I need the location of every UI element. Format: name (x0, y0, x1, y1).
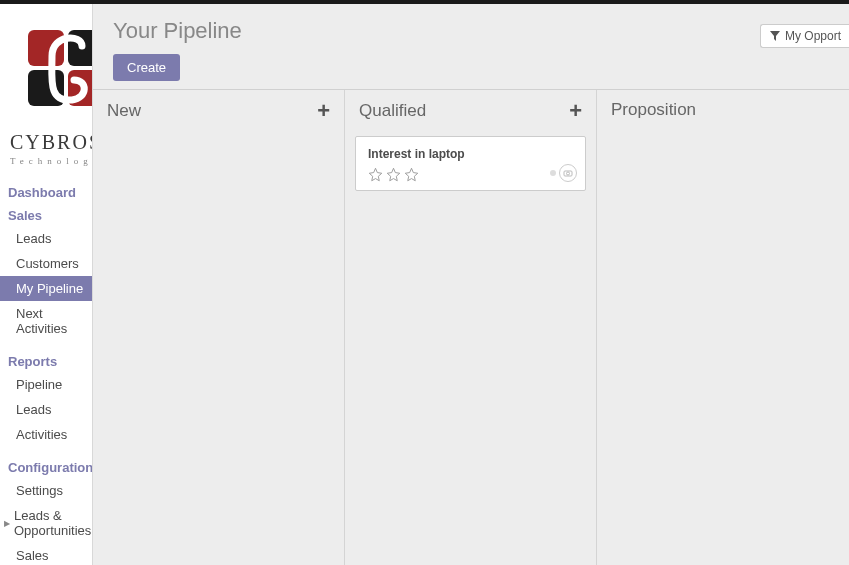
nav-item-my-pipeline[interactable]: My Pipeline (0, 276, 92, 301)
main-content: Your Pipeline Create My Opport New + Qua… (93, 0, 849, 565)
nav-item-next-activities[interactable]: Next Activities (0, 301, 92, 341)
nav-item-sales-teams[interactable]: Sales Teams (0, 543, 92, 565)
caret-icon: ▶ (4, 519, 10, 528)
page-title: Your Pipeline (113, 18, 829, 44)
nav-item-label: Leads & Opportunities (14, 508, 91, 538)
nav-section-sales[interactable]: Sales (0, 203, 92, 226)
funnel-icon (769, 30, 781, 42)
column-header: Qualified + (345, 90, 596, 132)
assignee-avatar[interactable] (559, 164, 577, 182)
star-icon[interactable] (386, 167, 401, 182)
filter-button[interactable]: My Opport (760, 24, 849, 48)
column-header: New + (93, 90, 344, 132)
brand-logo-area: TM CYBROSYS Technologies (0, 4, 92, 180)
create-button[interactable]: Create (113, 54, 180, 81)
card-title: Interest in laptop (368, 147, 573, 161)
kanban-column-proposition: Proposition (597, 90, 849, 565)
add-card-button[interactable]: + (317, 100, 330, 122)
nav-item-leads[interactable]: Leads (0, 226, 92, 251)
nav-item-settings[interactable]: Settings (0, 478, 92, 503)
filter-label: My Opport (785, 29, 841, 43)
nav-section-configuration[interactable]: Configuration (0, 455, 92, 478)
nav-item-customers[interactable]: Customers (0, 251, 92, 276)
nav-item-activities[interactable]: Activities (0, 422, 92, 447)
star-icon[interactable] (368, 167, 383, 182)
column-header: Proposition (597, 90, 849, 130)
kanban-board: New + Qualified + Interest in laptop (93, 90, 849, 565)
add-card-button[interactable]: + (569, 100, 582, 122)
sidebar: TM CYBROSYS Technologies Dashboard Sales… (0, 0, 93, 565)
brand-logo-icon: TM (10, 22, 93, 122)
nav-item-report-leads[interactable]: Leads (0, 397, 92, 422)
nav-section-reports[interactable]: Reports (0, 349, 92, 372)
kanban-card[interactable]: Interest in laptop (355, 136, 586, 191)
nav-section-dashboard[interactable]: Dashboard (0, 180, 92, 203)
svg-rect-0 (28, 30, 64, 66)
column-title: Proposition (611, 100, 696, 120)
column-title: Qualified (359, 101, 426, 121)
nav-item-pipeline[interactable]: Pipeline (0, 372, 92, 397)
star-icon[interactable] (404, 167, 419, 182)
priority-stars[interactable] (368, 167, 573, 182)
status-dot-icon (550, 170, 556, 176)
brand-name: CYBROSYS (10, 131, 82, 154)
column-title: New (107, 101, 141, 121)
kanban-column-new: New + (93, 90, 345, 565)
card-meta (550, 164, 577, 182)
svg-point-5 (567, 172, 570, 175)
nav-item-leads-opportunities[interactable]: ▶ Leads & Opportunities (0, 503, 92, 543)
page-header: Your Pipeline Create My Opport (93, 4, 849, 90)
camera-icon (563, 168, 573, 178)
kanban-column-qualified: Qualified + Interest in laptop (345, 90, 597, 565)
brand-tagline: Technologies (10, 156, 82, 166)
